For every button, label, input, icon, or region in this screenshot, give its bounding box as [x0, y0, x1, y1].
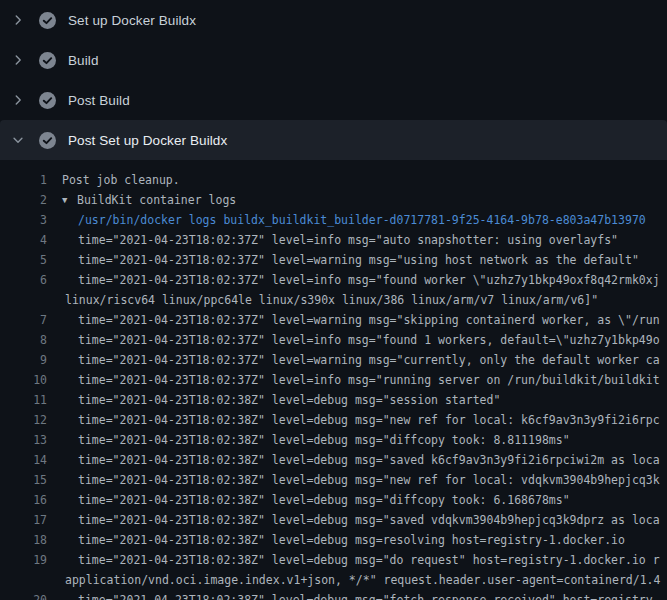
chevron-down-icon: [11, 133, 25, 147]
log-line-number[interactable]: 11: [0, 390, 47, 410]
workflow-log-viewer: Set up Docker Buildx Build Post Build: [0, 0, 667, 600]
log-line-text: linux/riscv64 linux/ppc64le linux/s390x …: [65, 290, 598, 310]
log-line-text: time="2021-04-23T18:02:38Z" level=debug …: [78, 430, 570, 450]
log-line-number[interactable]: 18: [0, 530, 47, 550]
log-line-number[interactable]: 8: [0, 330, 47, 350]
log-line: 16time="2021-04-23T18:02:38Z" level=debu…: [0, 490, 667, 510]
log-line-text: time="2021-04-23T18:02:38Z" level=debug …: [78, 490, 570, 510]
log-line-text: time="2021-04-23T18:02:38Z" level=debug …: [78, 510, 660, 530]
log-output: 1Post job cleanup.2▼BuildKit container l…: [0, 160, 667, 600]
log-line-number[interactable]: 10: [0, 370, 47, 390]
log-line-number: [0, 570, 47, 590]
log-line: 12time="2021-04-23T18:02:38Z" level=debu…: [0, 410, 667, 430]
step-label: Post Build: [68, 93, 130, 108]
log-line-number[interactable]: 19: [0, 550, 47, 570]
step-build[interactable]: Build: [0, 40, 667, 80]
log-line: application/vnd.oci.image.index.v1+json,…: [0, 570, 667, 590]
log-line-text: time="2021-04-23T18:02:37Z" level=info m…: [78, 230, 618, 250]
step-list: Set up Docker Buildx Build Post Build: [0, 0, 667, 160]
step-label: Set up Docker Buildx: [68, 13, 196, 28]
log-line: 6time="2021-04-23T18:02:37Z" level=info …: [0, 270, 667, 290]
log-line: 15time="2021-04-23T18:02:38Z" level=debu…: [0, 470, 667, 490]
step-label: Post Set up Docker Buildx: [68, 133, 227, 148]
log-line: 10time="2021-04-23T18:02:37Z" level=info…: [0, 370, 667, 390]
log-line-text: time="2021-04-23T18:02:37Z" level=info m…: [78, 370, 660, 390]
log-line: 13time="2021-04-23T18:02:38Z" level=debu…: [0, 430, 667, 450]
log-line-number[interactable]: 7: [0, 310, 47, 330]
check-circle-icon: [39, 132, 56, 149]
group-expanded-triangle-icon: ▼: [62, 190, 77, 210]
log-line: 11time="2021-04-23T18:02:38Z" level=debu…: [0, 390, 667, 410]
step-label: Build: [68, 53, 99, 68]
log-group-toggle[interactable]: ▼BuildKit container logs: [62, 190, 236, 210]
log-line-text: time="2021-04-23T18:02:38Z" level=debug …: [78, 530, 625, 550]
log-line: 18time="2021-04-23T18:02:38Z" level=debu…: [0, 530, 667, 550]
log-line-number[interactable]: 16: [0, 490, 47, 510]
log-line: 3/usr/bin/docker logs buildx_buildkit_bu…: [0, 210, 667, 230]
log-line-text: Post job cleanup.: [62, 170, 180, 190]
log-line-number: [0, 290, 47, 310]
log-line: 1Post job cleanup.: [0, 170, 667, 190]
log-line-text: application/vnd.oci.image.index.v1+json,…: [65, 570, 660, 590]
log-line: linux/riscv64 linux/ppc64le linux/s390x …: [0, 290, 667, 310]
log-command-text: /usr/bin/docker logs buildx_buildkit_bui…: [78, 210, 646, 230]
log-line: 8time="2021-04-23T18:02:37Z" level=info …: [0, 330, 667, 350]
log-line-text: time="2021-04-23T18:02:38Z" level=debug …: [78, 450, 660, 470]
log-line-number[interactable]: 6: [0, 270, 47, 290]
log-line-text: time="2021-04-23T18:02:38Z" level=debug …: [78, 410, 660, 430]
chevron-right-icon: [11, 93, 25, 107]
log-line: 20time="2021-04-23T18:02:38Z" level=debu…: [0, 590, 667, 600]
step-post-set-up-docker-buildx[interactable]: Post Set up Docker Buildx: [0, 120, 667, 160]
log-line-text: time="2021-04-23T18:02:37Z" level=warnin…: [78, 350, 660, 370]
log-line: 4time="2021-04-23T18:02:37Z" level=info …: [0, 230, 667, 250]
log-line-number[interactable]: 14: [0, 450, 47, 470]
log-line-number[interactable]: 13: [0, 430, 47, 450]
log-line-number[interactable]: 9: [0, 350, 47, 370]
step-set-up-docker-buildx[interactable]: Set up Docker Buildx: [0, 0, 667, 40]
log-line-text: time="2021-04-23T18:02:38Z" level=debug …: [78, 550, 660, 570]
log-line-text: time="2021-04-23T18:02:37Z" level=warnin…: [78, 310, 660, 330]
check-circle-icon: [39, 52, 56, 69]
check-circle-icon: [39, 92, 56, 109]
log-line-number[interactable]: 5: [0, 250, 47, 270]
log-line-text: time="2021-04-23T18:02:37Z" level=info m…: [78, 330, 660, 350]
log-line: 17time="2021-04-23T18:02:38Z" level=debu…: [0, 510, 667, 530]
log-line-number[interactable]: 15: [0, 470, 47, 490]
log-line-text: time="2021-04-23T18:02:37Z" level=warnin…: [78, 250, 639, 270]
log-line: 9time="2021-04-23T18:02:37Z" level=warni…: [0, 350, 667, 370]
chevron-right-icon: [11, 53, 25, 67]
log-line: 14time="2021-04-23T18:02:38Z" level=debu…: [0, 450, 667, 470]
log-line: 5time="2021-04-23T18:02:37Z" level=warni…: [0, 250, 667, 270]
log-line: 19time="2021-04-23T18:02:38Z" level=debu…: [0, 550, 667, 570]
log-group-line: 2▼BuildKit container logs: [0, 190, 667, 210]
log-line-number[interactable]: 4: [0, 230, 47, 250]
log-line-text: time="2021-04-23T18:02:38Z" level=debug …: [78, 590, 660, 600]
log-line-number[interactable]: 2: [0, 190, 47, 210]
log-line-number[interactable]: 20: [0, 590, 47, 600]
log-line-text: time="2021-04-23T18:02:38Z" level=debug …: [78, 470, 660, 490]
log-line-text: time="2021-04-23T18:02:37Z" level=info m…: [78, 270, 660, 290]
log-line-number[interactable]: 17: [0, 510, 47, 530]
log-line-number[interactable]: 1: [0, 170, 47, 190]
log-line-number[interactable]: 12: [0, 410, 47, 430]
chevron-right-icon: [11, 13, 25, 27]
check-circle-icon: [39, 12, 56, 29]
log-line-number[interactable]: 3: [0, 210, 47, 230]
log-group-label: BuildKit container logs: [77, 193, 236, 207]
log-line: 7time="2021-04-23T18:02:37Z" level=warni…: [0, 310, 667, 330]
log-line-text: time="2021-04-23T18:02:38Z" level=debug …: [78, 390, 500, 410]
step-post-build[interactable]: Post Build: [0, 80, 667, 120]
